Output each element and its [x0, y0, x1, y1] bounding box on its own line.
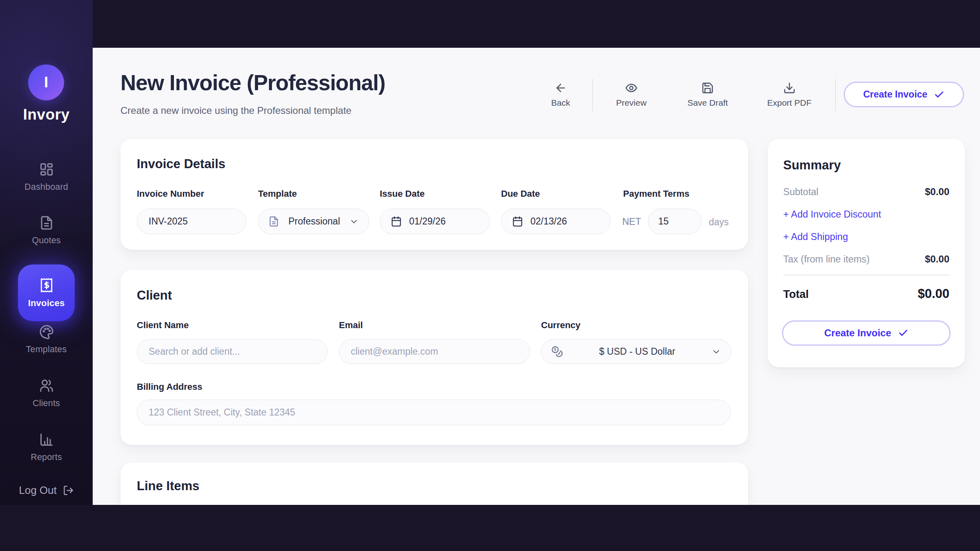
- create-invoice-button-top[interactable]: Create Invoice: [844, 82, 964, 107]
- client-email-label: Email: [339, 320, 363, 331]
- add-discount-link[interactable]: + Add Invoice Discount: [783, 209, 881, 220]
- coins-icon: [551, 346, 563, 358]
- payment-terms-input[interactable]: [648, 209, 702, 234]
- logout-label: Log Out: [19, 484, 57, 497]
- calendar-icon: [512, 216, 523, 227]
- preview-label: Preview: [616, 98, 647, 108]
- billing-address-label: Billing Address: [137, 382, 203, 392]
- back-label: Back: [551, 98, 570, 108]
- payment-terms-label: Payment Terms: [623, 189, 689, 199]
- net-prefix: NET: [622, 216, 641, 227]
- logout-button[interactable]: Log Out: [0, 484, 93, 497]
- logout-icon: [63, 485, 74, 496]
- client-heading: Client: [137, 288, 172, 303]
- summary-heading: Summary: [783, 158, 841, 173]
- create-invoice-label: Create Invoice: [824, 327, 891, 339]
- due-date-value: 02/13/26: [530, 216, 567, 227]
- chevron-down-icon: [349, 217, 359, 227]
- create-invoice-button-summary[interactable]: Create Invoice: [782, 320, 951, 346]
- summary-divider: [783, 275, 949, 276]
- subtotal-label: Subtotal: [783, 187, 818, 198]
- app-logo-letter: I: [44, 74, 48, 91]
- sidebar-item-clients[interactable]: Clients: [0, 378, 93, 409]
- save-draft-label: Save Draft: [687, 98, 728, 108]
- quotes-icon: [39, 216, 54, 230]
- tax-row: Tax (from line items) $0.00: [783, 253, 949, 265]
- invoice-number-input[interactable]: [137, 209, 246, 234]
- sidebar-item-dashboard[interactable]: Dashboard: [0, 162, 93, 192]
- sidebar-item-label: Templates: [26, 344, 67, 355]
- billing-address-input[interactable]: [137, 400, 731, 425]
- toolbar-separator: [835, 79, 836, 111]
- invoice-details-card: Invoice Details Invoice Number Template …: [120, 139, 748, 250]
- sidebar-item-label: Reports: [31, 452, 62, 462]
- page-subtitle: Create a new invoice using the Professio…: [120, 105, 352, 116]
- days-suffix: days: [709, 217, 729, 228]
- file-text-icon: [268, 216, 279, 227]
- toolbar-separator: [592, 79, 593, 111]
- currency-label: Currency: [541, 320, 581, 331]
- total-row: Total $0.00: [783, 287, 949, 301]
- sidebar-item-label: Clients: [33, 398, 60, 409]
- app-name: Invory: [0, 106, 93, 123]
- save-icon: [702, 82, 714, 94]
- invoice-details-heading: Invoice Details: [137, 157, 225, 171]
- sidebar-item-reports[interactable]: Reports: [0, 432, 93, 462]
- due-date-label: Due Date: [501, 189, 540, 199]
- create-invoice-label: Create Invoice: [863, 89, 927, 100]
- line-items-heading: Line Items: [137, 479, 199, 493]
- page-title: New Invoice (Professional): [120, 70, 385, 95]
- issue-date-value: 01/29/26: [409, 216, 446, 227]
- palette-icon: [39, 324, 54, 339]
- client-card: Client Client Name Email Currency $ USD …: [120, 270, 748, 445]
- arrow-left-icon: [555, 82, 567, 94]
- download-icon: [783, 82, 796, 94]
- template-select[interactable]: Professional: [258, 209, 369, 234]
- export-pdf-button[interactable]: Export PDF: [767, 82, 812, 108]
- template-value: Professional: [288, 216, 340, 227]
- app-root: I Invory Dashboard Quotes Invoices T: [0, 0, 980, 551]
- summary-card: Summary Subtotal $0.00 + Add Invoice Dis…: [768, 139, 965, 367]
- sidebar-item-label: Invoices: [28, 298, 65, 309]
- client-name-input[interactable]: [137, 339, 327, 364]
- calendar-icon: [391, 216, 402, 227]
- subtotal-row: Subtotal $0.00: [783, 186, 949, 198]
- users-icon: [39, 378, 54, 393]
- tax-value: $0.00: [925, 253, 949, 265]
- issue-date-input[interactable]: 01/29/26: [380, 209, 490, 234]
- due-date-input[interactable]: 02/13/26: [501, 209, 610, 234]
- total-value: $0.00: [918, 287, 949, 301]
- template-label: Template: [258, 189, 297, 199]
- sidebar-item-label: Dashboard: [24, 182, 68, 192]
- add-shipping-link[interactable]: + Add Shipping: [783, 231, 848, 242]
- preview-button[interactable]: Preview: [616, 82, 647, 108]
- sidebar-item-quotes[interactable]: Quotes: [0, 216, 93, 246]
- invoices-receipt-icon: [39, 278, 54, 293]
- line-items-card: Line Items: [120, 462, 748, 505]
- export-pdf-label: Export PDF: [767, 98, 812, 108]
- sidebar-item-templates[interactable]: Templates: [0, 324, 93, 355]
- sidebar-item-label: Quotes: [32, 236, 61, 246]
- eye-icon: [625, 82, 637, 94]
- save-draft-button[interactable]: Save Draft: [687, 82, 728, 108]
- sidebar-item-invoices-active[interactable]: Invoices: [18, 264, 75, 321]
- total-label: Total: [783, 288, 809, 301]
- tax-label: Tax (from line items): [783, 254, 870, 265]
- invoice-number-label: Invoice Number: [137, 189, 204, 199]
- bar-chart-icon: [39, 432, 54, 447]
- issue-date-label: Issue Date: [380, 189, 425, 199]
- client-name-label: Client Name: [137, 320, 189, 331]
- client-email-input[interactable]: [339, 339, 530, 364]
- currency-select[interactable]: $ USD - US Dollar: [541, 339, 731, 364]
- currency-value: $ USD - US Dollar: [599, 346, 675, 357]
- sidebar: I Invory Dashboard Quotes Invoices T: [0, 0, 93, 505]
- dashboard-icon: [39, 162, 54, 177]
- main-content: New Invoice (Professional) Create a new …: [93, 48, 980, 505]
- app-logo: I: [28, 64, 64, 100]
- chevron-down-icon: [711, 347, 721, 357]
- check-icon: [898, 328, 909, 338]
- check-icon: [934, 89, 944, 100]
- subtotal-value: $0.00: [925, 186, 949, 198]
- back-button[interactable]: Back: [551, 82, 570, 108]
